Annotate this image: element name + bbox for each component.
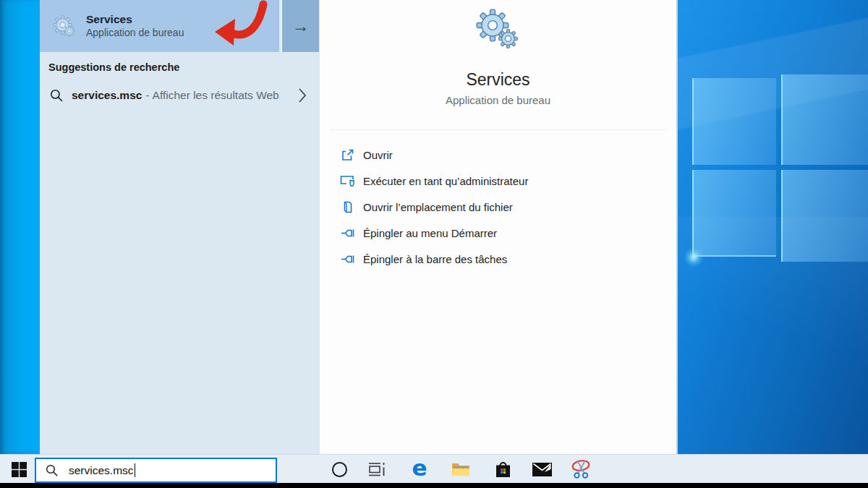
store-icon: [494, 461, 512, 479]
start-button[interactable]: [10, 461, 27, 477]
chevron-right-icon: [298, 87, 307, 103]
suggestion-query: services.msc: [72, 89, 142, 101]
action-label: Ouvrir: [363, 149, 393, 161]
folder-location-icon: [340, 200, 354, 214]
search-input-text: services.msc: [69, 464, 134, 477]
snipping-tool-button[interactable]: [566, 455, 597, 484]
edge-button[interactable]: e: [404, 455, 435, 484]
cortana-icon: [332, 462, 347, 477]
action-label: Ouvrir l’emplacement du fichier: [363, 201, 513, 213]
task-view-icon: [369, 461, 386, 477]
action-list: Ouvrir Exécuter en tant qu’administrateu…: [340, 142, 528, 272]
file-explorer-button[interactable]: [445, 455, 477, 484]
store-button[interactable]: [487, 455, 519, 484]
suggestion-row[interactable]: services.msc-Afficher les résultats Web: [40, 81, 319, 110]
action-label: Exécuter en tant qu’administrateur: [363, 175, 528, 187]
windows-logo-pane: [692, 78, 776, 165]
search-flyout-panel: Services Application de bureau → Suggest…: [40, 0, 319, 454]
action-pin-to-start[interactable]: Épingler au menu Démarrer: [340, 220, 528, 246]
services-gear-icon: [53, 14, 77, 38]
folder-icon: [451, 461, 470, 477]
action-label: Épingler à la barre des tâches: [363, 253, 507, 265]
windows-logo-pane: [781, 170, 868, 262]
divider: [331, 129, 666, 130]
edge-icon: e: [412, 457, 427, 479]
windows-logo-glow: [684, 247, 704, 267]
snipping-tool-icon: [571, 459, 592, 479]
suggestions-header: Suggestions de recherche: [48, 61, 179, 73]
pin-icon: [340, 226, 354, 240]
desktop-screen: Services Application de bureau → Suggest…: [0, 0, 868, 488]
best-match-result-services[interactable]: Services Application de bureau: [40, 0, 279, 52]
cortana-button[interactable]: [323, 455, 355, 484]
action-pin-to-taskbar[interactable]: Épingler à la barre des tâches: [340, 246, 528, 272]
open-icon: [340, 147, 354, 162]
windows-logo-icon: [12, 462, 27, 477]
suggestion-description: Afficher les résultats Web: [153, 89, 279, 101]
search-icon: [46, 464, 59, 477]
best-match-title: Services: [86, 12, 184, 26]
arrow-right-icon: →: [292, 16, 310, 36]
search-icon: [50, 89, 64, 103]
action-open[interactable]: Ouvrir: [340, 142, 528, 168]
details-panel: Services Application de bureau Ouvrir: [319, 0, 678, 454]
taskbar: services.msc e: [0, 454, 868, 483]
suggestion-separator: -: [145, 89, 149, 101]
mail-button[interactable]: [526, 455, 558, 484]
action-open-file-location[interactable]: Ouvrir l’emplacement du fichier: [340, 194, 528, 220]
pin-icon: [340, 252, 354, 266]
wallpaper-left-sliver: [0, 0, 40, 454]
action-label: Épingler au menu Démarrer: [363, 227, 497, 239]
expand-result-button[interactable]: →: [281, 0, 319, 52]
taskbar-search-box[interactable]: services.msc: [35, 458, 277, 483]
best-match-subtitle: Application de bureau: [86, 26, 184, 40]
action-run-as-admin[interactable]: Exécuter en tant qu’administrateur: [340, 168, 528, 194]
details-title: Services: [320, 70, 676, 90]
windows-logo-pane: [781, 74, 868, 165]
text-caret: [135, 463, 136, 477]
admin-shield-icon: [340, 174, 354, 188]
windows-logo-pane: [692, 170, 776, 257]
wallpaper: [678, 0, 868, 454]
suggestion-text: services.msc-Afficher les résultats Web: [72, 89, 279, 102]
letterbox-strip: [0, 483, 868, 488]
details-subtitle: Application de bureau: [320, 94, 676, 106]
mail-icon: [532, 463, 552, 476]
task-view-button[interactable]: [361, 455, 393, 484]
services-gear-icon-large: [475, 9, 524, 52]
